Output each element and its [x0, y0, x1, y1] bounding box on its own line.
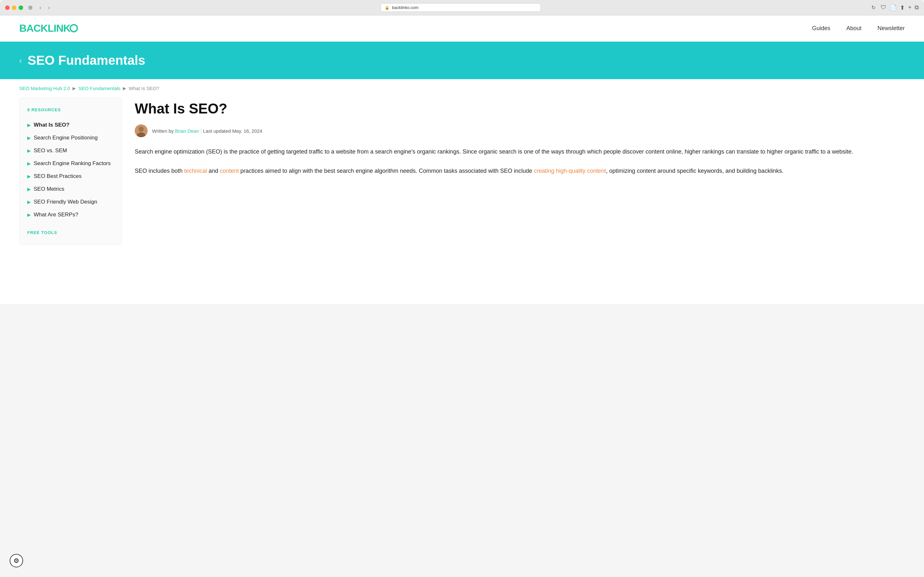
- article-meta: Written by Brian Dean | Last updated May…: [135, 124, 905, 137]
- nav-newsletter[interactable]: Newsletter: [877, 25, 905, 32]
- sidebar-item-search-engine-positioning[interactable]: ▶ Search Engine Positioning: [27, 131, 114, 144]
- link-creating[interactable]: creating high-quality content: [534, 168, 606, 174]
- nav-about[interactable]: About: [846, 25, 861, 32]
- sidebar-free-tools-label: FREE TOOLS: [27, 230, 114, 235]
- author-avatar: [135, 124, 148, 137]
- sidebar-link-search-engine-positioning[interactable]: Search Engine Positioning: [34, 135, 97, 141]
- sidebar-link-seo-metrics[interactable]: SEO Metrics: [34, 186, 64, 192]
- reader-view-icon[interactable]: 📄: [890, 4, 897, 11]
- sidebar-item-what-is-seo[interactable]: ▶ What Is SEO?: [27, 119, 114, 131]
- article-title: What Is SEO?: [135, 101, 905, 117]
- article-body: Search engine optimization (SEO) is the …: [135, 147, 905, 176]
- sidebar-link-what-is-seo[interactable]: What Is SEO?: [34, 122, 69, 128]
- meta-divider: |: [200, 128, 203, 134]
- sidebar-nav-list: ▶ What Is SEO? ▶ Search Engine Positioni…: [27, 119, 114, 221]
- hero-banner: ‹ SEO Fundamentals: [0, 42, 924, 79]
- hero-back-arrow[interactable]: ‹: [19, 56, 22, 65]
- hero-title: SEO Fundamentals: [27, 53, 145, 68]
- site-header: BACKLINK Guides About Newsletter: [0, 15, 924, 42]
- sidebar-item-seo-metrics[interactable]: ▶ SEO Metrics: [27, 183, 114, 195]
- close-button[interactable]: [5, 5, 10, 10]
- sidebar-toggle-button[interactable]: ⊞: [26, 4, 34, 11]
- site-nav: Guides About Newsletter: [812, 25, 905, 32]
- sidebar-arrow-icon: ▶: [27, 123, 31, 127]
- sidebar-arrow-icon: ▶: [27, 161, 31, 166]
- sidebar-arrow-icon: ▶: [27, 187, 31, 192]
- last-updated: Last updated May. 16, 2024: [203, 128, 262, 134]
- author-name[interactable]: Brian Dean: [175, 128, 199, 134]
- breadcrumb-sep-1: ▶: [73, 86, 76, 91]
- shield-icon[interactable]: 🛡: [881, 4, 887, 11]
- windows-button[interactable]: ⧉: [915, 4, 919, 11]
- logo-o: [69, 24, 78, 32]
- reload-button[interactable]: ↻: [869, 4, 877, 11]
- sidebar-item-ranking-factors[interactable]: ▶ Search Engine Ranking Factors: [27, 157, 114, 170]
- article-meta-text: Written by Brian Dean | Last updated May…: [152, 128, 262, 134]
- webpage: BACKLINK Guides About Newsletter ‹ SEO F…: [0, 15, 924, 304]
- breadcrumb-fundamentals[interactable]: SEO Fundamentals: [78, 85, 120, 91]
- new-tab-button[interactable]: +: [908, 4, 911, 11]
- forward-button[interactable]: ›: [46, 4, 52, 11]
- sidebar-arrow-icon: ▶: [27, 174, 31, 179]
- article-paragraph-1: Search engine optimization (SEO) is the …: [135, 147, 905, 157]
- sidebar-link-ranking-factors[interactable]: Search Engine Ranking Factors: [34, 160, 111, 167]
- share-button[interactable]: ⬆: [900, 4, 905, 11]
- settings-icon[interactable]: ⚙: [10, 554, 23, 567]
- browser-actions: 🛡 📄 ⬆ + ⧉: [881, 4, 919, 11]
- sidebar-link-best-practices[interactable]: SEO Best Practices: [34, 173, 81, 179]
- back-button[interactable]: ‹: [37, 4, 43, 11]
- sidebar-arrow-icon: ▶: [27, 200, 31, 205]
- sidebar-item-serps[interactable]: ▶ What Are SERPs?: [27, 208, 114, 221]
- sidebar-item-web-design[interactable]: ▶ SEO Friendly Web Design: [27, 195, 114, 208]
- main-content: 8 RESOURCES ▶ What Is SEO? ▶ Search Engi…: [0, 97, 924, 264]
- sidebar-arrow-icon: ▶: [27, 135, 31, 140]
- traffic-lights: [5, 5, 23, 10]
- svg-point-1: [139, 127, 144, 132]
- article: What Is SEO? Written by Brian Dean | Las…: [135, 97, 905, 245]
- sidebar: 8 RESOURCES ▶ What Is SEO? ▶ Search Engi…: [19, 97, 122, 245]
- sidebar-item-best-practices[interactable]: ▶ SEO Best Practices: [27, 170, 114, 183]
- url-text: backlinko.com: [392, 5, 418, 10]
- link-content[interactable]: content: [220, 168, 239, 174]
- breadcrumb-sep-2: ▶: [123, 86, 126, 91]
- nav-guides[interactable]: Guides: [812, 25, 830, 32]
- sidebar-arrow-icon: ▶: [27, 148, 31, 153]
- sidebar-resources-label: 8 RESOURCES: [27, 107, 114, 112]
- written-by-prefix: Written by: [152, 128, 174, 134]
- sidebar-link-seo-vs-sem[interactable]: SEO vs. SEM: [34, 147, 67, 154]
- site-logo[interactable]: BACKLINK: [19, 23, 78, 34]
- minimize-button[interactable]: [12, 5, 16, 10]
- browser-chrome: ⊞ ‹ › 🔒 backlinko.com ↻ 🛡 📄 ⬆ + ⧉: [0, 0, 924, 15]
- breadcrumb: SEO Marketing Hub 2.0 ▶ SEO Fundamentals…: [0, 79, 924, 97]
- breadcrumb-hub[interactable]: SEO Marketing Hub 2.0: [19, 85, 70, 91]
- sidebar-item-seo-vs-sem[interactable]: ▶ SEO vs. SEM: [27, 144, 114, 157]
- sidebar-arrow-icon: ▶: [27, 213, 31, 218]
- article-paragraph-2: SEO includes both technical and content …: [135, 166, 905, 176]
- sidebar-link-web-design[interactable]: SEO Friendly Web Design: [34, 199, 97, 205]
- gear-icon: ⚙: [13, 557, 19, 564]
- logo-text: BACKLINK: [19, 23, 70, 34]
- address-bar[interactable]: 🔒 backlinko.com: [381, 3, 541, 12]
- sidebar-link-serps[interactable]: What Are SERPs?: [34, 211, 78, 218]
- breadcrumb-current: What Is SEO?: [129, 85, 159, 91]
- link-technical[interactable]: technical: [184, 168, 207, 174]
- lock-icon: 🔒: [384, 5, 389, 10]
- fullscreen-button[interactable]: [19, 5, 23, 10]
